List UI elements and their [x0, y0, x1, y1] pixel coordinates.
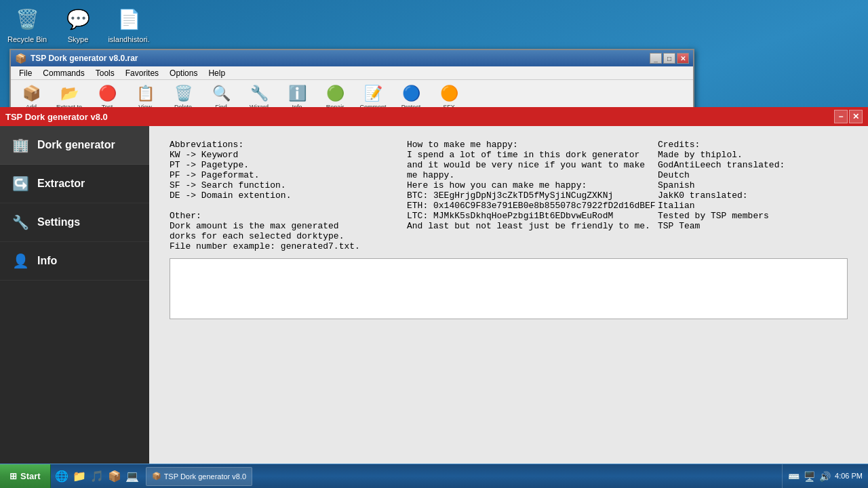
- taskbar-item-tsp[interactable]: 📦 TSP Dork generator v8.0: [146, 467, 252, 486]
- tsp-titlebar: TSP Dork generator v8.0 − ✕: [0, 107, 868, 126]
- recycle-bin-icon: 🗑️: [14, 5, 41, 33]
- tsp-minimize-button[interactable]: −: [834, 110, 848, 123]
- winrar-close-button[interactable]: ✕: [677, 53, 689, 64]
- nav-settings-label: Settings: [37, 216, 80, 228]
- quick-launch: 🌐 📁 🎵 📦 💻: [51, 464, 143, 488]
- taskbar-item-label: TSP Dork generator v8.0: [164, 472, 246, 481]
- happy-line1: I spend a lot of time in this dork gener…: [407, 150, 658, 160]
- tsp-sidebar: 🏢 Dork generator ↪️ Extractor 🔧 Settings…: [0, 126, 149, 487]
- credit-line1: Made by thiplol.: [658, 150, 848, 160]
- taskbar-items: 📦 TSP Dork generator v8.0: [143, 464, 782, 488]
- credit-line3: Deutch: [658, 170, 848, 180]
- other-title: Other:: [170, 211, 407, 221]
- credit-line6: Italian: [658, 201, 848, 211]
- taskbar-item-icon: 📦: [152, 472, 161, 481]
- abbr-de: DE -> Domain extention.: [170, 190, 407, 201]
- desktop-icon-island-history[interactable]: 📄 islandhistori...: [105, 3, 153, 54]
- tsp-title-text: TSP Dork generator v8.0: [5, 112, 833, 122]
- winrar-menubar: File Commands Tools Favorites Options He…: [11, 66, 693, 80]
- winrar-minimize-button[interactable]: _: [650, 53, 662, 64]
- winrar-restore-button[interactable]: □: [663, 53, 675, 64]
- recycle-bin-label: Recycle Bin: [7, 35, 47, 43]
- tray-network-icon[interactable]: 🖥️: [804, 471, 815, 482]
- island-history-icon: 📄: [115, 5, 142, 33]
- desktop-icon-recycle-bin[interactable]: 🗑️ Recycle Bin: [3, 3, 51, 46]
- abbr-pf: PF -> Pageformat.: [170, 170, 407, 180]
- other-line3: File number example: generated7.txt.: [170, 241, 407, 251]
- quick-launch-ie[interactable]: 🌐: [54, 468, 70, 485]
- menu-tools[interactable]: Tools: [90, 66, 120, 80]
- skype-icon: 💬: [64, 5, 92, 33]
- dork-generator-icon: 🏢: [12, 137, 29, 153]
- happy-column: How to make me happy: I spend a lot of t…: [407, 140, 658, 251]
- credit-line5: JakK0 translated:: [658, 190, 848, 201]
- happy-eth: ETH: 0x1406C9F83e791EB0e8b855078c7922fD2…: [407, 201, 658, 211]
- tsp-main-content: Abbreviations: KW -> Keyword PT -> Paget…: [149, 126, 868, 487]
- nav-extractor-label: Extractor: [37, 178, 85, 190]
- other-line1: Dork amount is the max generated: [170, 221, 407, 231]
- abbr-kw: KW -> Keyword: [170, 150, 407, 160]
- credit-line2: GodAntiLeech translated:: [658, 160, 848, 170]
- credit-line8: TSP Team: [658, 221, 848, 231]
- start-button[interactable]: ⊞ Start: [0, 464, 51, 489]
- tsp-window: TSP Dork generator v8.0 − ✕ 🏢 Dork gener…: [0, 107, 868, 487]
- credit-line7: Tested by TSP members: [658, 211, 848, 221]
- extractor-icon: ↪️: [12, 176, 29, 192]
- tsp-close-button[interactable]: ✕: [849, 110, 863, 123]
- nav-info-label: Info: [37, 255, 57, 267]
- abbr-pt: PT -> Pagetype.: [170, 160, 407, 170]
- abbreviations-title: Abbreviations:: [170, 140, 407, 150]
- tsp-body: 🏢 Dork generator ↪️ Extractor 🔧 Settings…: [0, 126, 868, 487]
- skype-label: Skype: [68, 35, 89, 43]
- happy-btc: BTC: 3EEgHrjgDpNj3cZkTD5fMySjiNCugZXKNj: [407, 190, 658, 201]
- abbreviations-column: Abbreviations: KW -> Keyword PT -> Paget…: [170, 140, 407, 251]
- desktop-icon-skype[interactable]: 💬 Skype: [54, 3, 102, 46]
- menu-file[interactable]: File: [14, 66, 37, 80]
- taskbar: ⊞ Start 🌐 📁 🎵 📦 💻 📦 TSP Dork generator v…: [0, 464, 868, 488]
- winrar-window-controls: _ □ ✕: [650, 53, 689, 64]
- taskbar-tray: ⌨️ 🖥️ 🔊 4:06 PM: [782, 464, 868, 488]
- credits-column: Credits: Made by thiplol. GodAntiLeech t…: [658, 140, 848, 251]
- nav-dork-generator[interactable]: 🏢 Dork generator: [0, 126, 149, 165]
- windows-logo-icon: ⊞: [9, 471, 17, 481]
- desktop: 🗑️ Recycle Bin 💬 Skype 📄 islandhistori..…: [0, 0, 868, 488]
- happy-last: And last but not least just be friendly …: [407, 221, 658, 231]
- quick-launch-explorer[interactable]: 📁: [71, 468, 87, 485]
- tsp-output-area[interactable]: [170, 258, 848, 319]
- winrar-titlebar: 📦 TSP Dork generator v8.0.rar _ □ ✕: [11, 50, 693, 66]
- tray-keyboard-icon[interactable]: ⌨️: [788, 471, 800, 482]
- happy-title: How to make me happy:: [407, 140, 658, 150]
- happy-ltc: LTC: MJMkK5sDkhqHoePzbgi1Bt6EDbvwEuRodM: [407, 211, 658, 221]
- abbr-sf: SF -> Search function.: [170, 180, 407, 190]
- menu-help[interactable]: Help: [203, 66, 231, 80]
- start-label: Start: [20, 471, 41, 481]
- happy-line2: and it would be very nice if you want to…: [407, 160, 658, 180]
- winrar-title-icon: 📦: [15, 53, 26, 64]
- quick-launch-winrar[interactable]: 📦: [106, 468, 123, 485]
- nav-extractor[interactable]: ↪️ Extractor: [0, 165, 149, 203]
- quick-launch-cmd[interactable]: 💻: [124, 468, 140, 485]
- settings-icon: 🔧: [12, 214, 29, 230]
- tray-volume-icon[interactable]: 🔊: [819, 471, 831, 482]
- menu-commands[interactable]: Commands: [37, 66, 90, 80]
- menu-options[interactable]: Options: [164, 66, 203, 80]
- tray-clock[interactable]: 4:06 PM: [835, 471, 863, 481]
- credit-line4: Spanish: [658, 180, 848, 190]
- info-icon: 👤: [12, 253, 29, 269]
- winrar-title-text: TSP Dork generator v8.0.rar: [31, 54, 646, 63]
- menu-favorites[interactable]: Favorites: [120, 66, 164, 80]
- happy-line3: Here is how you can make me happy:: [407, 180, 658, 190]
- nav-dork-label: Dork generator: [37, 139, 115, 151]
- nav-info[interactable]: 👤 Info: [0, 242, 149, 281]
- quick-launch-media[interactable]: 🎵: [89, 468, 105, 485]
- tray-time-text: 4:06 PM: [835, 471, 863, 481]
- credits-title: Credits:: [658, 140, 848, 150]
- other-line2: dorks for each selected dorktype.: [170, 231, 407, 241]
- nav-settings[interactable]: 🔧 Settings: [0, 203, 149, 242]
